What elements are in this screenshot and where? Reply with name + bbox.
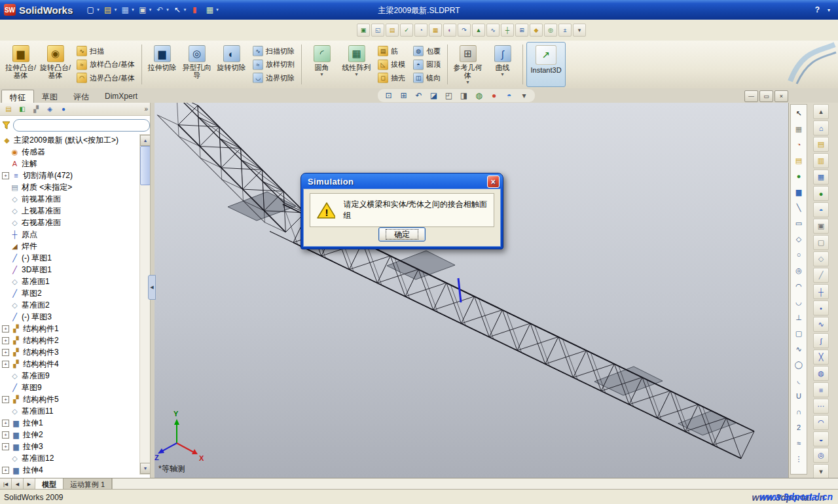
scanto3d-button[interactable]: ◎ [544,24,557,37]
dialog-close-button[interactable]: × [487,175,500,188]
section-view-button[interactable]: ◪ [428,90,440,101]
displaymanager-tab-icon[interactable]: ● [58,104,69,115]
diamond-button[interactable]: ◇ [792,232,806,246]
dropdown-caret-icon[interactable]: ▼ [500,72,505,77]
arc-button[interactable]: ◠ [792,279,806,293]
tree-item[interactable]: ◆主梁2009最新 (默认<按加工>) [0,134,139,146]
tree-item[interactable]: +≡切割清单(472) [0,170,139,181]
spline-button[interactable]: ∿ [792,342,806,356]
axis-button[interactable]: ╱ [813,268,829,283]
tree-item[interactable]: A注解 [0,158,139,170]
home-button[interactable]: ⌂ [813,120,829,135]
tree-item[interactable]: ◇上视基准面 [0,205,139,217]
dropdown-caret-icon[interactable]: ▼ [465,80,470,84]
tree-item[interactable]: +▞结构构件5 [0,393,139,405]
dropdown-caret-icon[interactable]: ▼ [354,72,359,77]
helix-button[interactable]: ∿ [813,317,829,332]
project-button[interactable]: ◍ [813,366,829,381]
toolbox-button[interactable]: ▦ [429,24,442,37]
circle-button[interactable]: ○ [792,247,806,262]
reference-geometry-button[interactable]: ⊞参考几何体▼ [451,42,484,87]
apply-scene-button[interactable]: ◓ [503,90,515,101]
revolve-cut-button[interactable]: ◐旋转切除 [215,42,248,87]
graphics-area[interactable]: YXZ *等轴测 [155,103,788,478]
view-orientation-button[interactable]: ◰ [443,90,455,101]
extrude-boss-button[interactable]: ▆拉伸凸台/基体 [4,42,37,87]
n-curve-button[interactable]: ∩ [792,405,806,419]
panel-collapse-arrow[interactable]: ◀ [148,275,156,300]
sphere-button[interactable]: ● [792,169,806,183]
options-button[interactable]: ▦ [202,3,217,17]
mirror-button[interactable]: ◫镜向 [411,72,443,84]
edit-appearance-button[interactable]: ● [488,90,500,101]
dialog-ok-button[interactable]: 确定 [378,227,426,242]
curves-button[interactable]: ∫曲线▼ [486,42,519,87]
dropdown-caret-icon[interactable]: ▾ [97,7,100,12]
study-tab[interactable]: 模型 [35,478,64,490]
coordinate-button[interactable]: ┼ [813,284,829,299]
3d-drawing-view-button[interactable]: ◱ [371,24,384,37]
scenes-button[interactable]: ◓ [813,202,829,217]
mode-tab[interactable]: 特征 [1,90,34,103]
tree-item[interactable]: ◇基准面12 [0,452,139,464]
publish-edrawings-button[interactable]: ▤ [386,24,399,37]
expand-toggle[interactable]: + [2,172,9,179]
folder-button[interactable]: ▤ [792,153,806,168]
minimize-button[interactable]: — [744,90,758,102]
new-document-button[interactable]: ▢ [83,3,98,17]
file-explorer-button[interactable]: ▥ [813,153,829,168]
tree-item[interactable]: +▞结构构件2 [0,334,139,346]
first-tab-button[interactable]: |◀ [0,478,12,490]
plane2-button[interactable]: ◇ [813,251,829,266]
select-button[interactable]: ↖ [170,3,185,17]
dropdown-caret-icon[interactable]: ▾ [166,7,169,12]
scroll-up-icon[interactable]: ▲ [140,135,151,146]
revolve-boss-button[interactable]: ◉旋转凸台/基体 [39,42,72,87]
next-tab-button[interactable]: ▶ [24,478,35,490]
open-document-button[interactable]: ▤ [101,3,115,17]
design-checker-button[interactable]: ✓ [400,24,413,37]
expand-toggle[interactable]: + [2,337,9,344]
split-button[interactable]: ╳ [813,350,829,365]
design-library-button[interactable]: ▤ [813,137,829,152]
tree-item[interactable]: ◉传感器 [0,146,139,158]
rib-button[interactable]: ▤筋 [376,45,407,57]
deform-button[interactable]: ◒ [813,431,829,446]
dimxpertmanager-tab-icon[interactable]: ◈ [44,104,56,115]
expand-toggle[interactable]: + [2,361,9,368]
document-button[interactable]: ▢ [813,235,829,250]
curve-button[interactable]: ∫ [813,333,829,348]
dropdown-caret-icon[interactable]: ▾ [149,7,152,12]
three-point-arc-button[interactable]: ◡ [792,295,806,309]
motion-manager-button[interactable]: ↷ [458,24,471,37]
tree-item[interactable]: +▞结构构件1 [0,323,139,334]
zoom-to-fit-button[interactable]: ⊡ [382,90,395,101]
undo-button[interactable]: ↶ [153,3,167,17]
tree-item[interactable]: ◇基准面1 [0,276,139,287]
horizontal-scrollbar[interactable] [112,478,838,490]
view-settings-button[interactable]: ▾ [518,90,530,101]
tree-item[interactable]: ╱(-) 草图3 [0,311,139,323]
ellipse-button[interactable]: ◯ [792,357,806,372]
appearances-button[interactable]: ● [813,186,829,201]
boundary-cut-button[interactable]: ◡边界切除 [251,72,297,84]
propertymanager-tab-icon[interactable]: ◧ [16,104,28,115]
expand-toggle[interactable]: + [2,443,9,450]
print-button[interactable]: ▣ [136,3,150,17]
dome-button[interactable]: ◓圆顶 [411,59,443,71]
save-button[interactable]: ▦ [118,3,132,17]
line-button[interactable]: ╲ [792,200,806,215]
parabola-button[interactable]: ◟ [792,373,806,387]
flow-simulation-button[interactable]: ∿ [486,24,500,37]
tree-item[interactable]: +▆拉伸4 [0,464,139,476]
tree-item[interactable]: +▆拉伸3 [0,441,139,452]
tree-filter-input[interactable] [13,119,150,132]
extrude-cut-button[interactable]: ▆拉伸切除 [145,42,179,87]
instant3d-button[interactable]: ↗Instant3D [526,42,566,87]
tree-item[interactable]: ◇基准面9 [0,370,139,382]
dialog-title-bar[interactable]: Simulation × [303,175,501,189]
addins-settings-button[interactable]: ▾ [573,24,586,37]
restore-button[interactable]: ▭ [759,90,773,102]
freeform-button[interactable]: ◠ [813,415,829,430]
numeric-curve-button[interactable]: 2 [792,420,806,435]
